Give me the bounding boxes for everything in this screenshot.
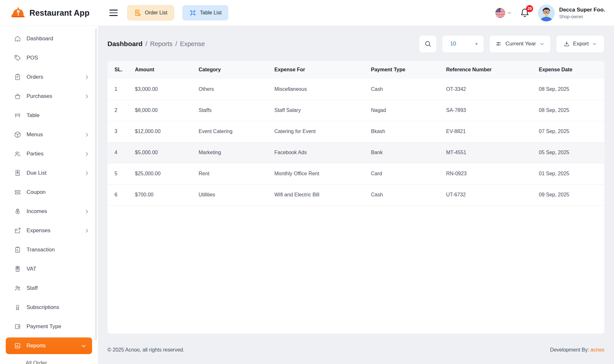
sidebar-item-label: Expenses: [27, 227, 79, 234]
profile-menu[interactable]: Decca Super Foo. Shop-owner: [538, 4, 605, 21]
sidebar-subitem-all-order[interactable]: All Order: [0, 355, 98, 364]
chevron-right-icon: [84, 209, 90, 214]
table-cell: 01 Sep, 2025: [539, 163, 604, 184]
usa-flag-icon: [495, 8, 505, 18]
table-cell: 4: [107, 142, 135, 163]
sidebar-item-parties[interactable]: Parties: [0, 144, 98, 163]
date-filter-button[interactable]: Current Year: [489, 35, 550, 53]
search-button[interactable]: [419, 35, 437, 53]
sidebar-item-pos[interactable]: POS: [0, 48, 98, 67]
sidebar-item-subscriptions[interactable]: Subscriptions: [0, 298, 98, 317]
table-cell: Facebook Ads: [274, 142, 371, 163]
table-cell: 2: [107, 100, 135, 121]
table-row: 3$12,000.00Event CateringCatering for Ev…: [107, 121, 604, 142]
table-cell: 5: [107, 163, 135, 184]
sidebar-item-label: Subscriptions: [27, 304, 90, 311]
col-amount: Amount: [135, 61, 199, 79]
table-cell: Marketing: [199, 142, 274, 163]
table-cell: Bkash: [371, 121, 446, 142]
order-list-button[interactable]: Order List: [127, 5, 174, 20]
sidebar-scrollbar[interactable]: [95, 28, 97, 340]
table-cell: $25,000.00: [135, 163, 199, 184]
sidebar-item-table[interactable]: Table: [0, 106, 98, 125]
table-cell: Nagad: [371, 100, 446, 121]
chevron-right-icon: [84, 228, 90, 233]
table-cell: RN-0923: [446, 163, 539, 184]
sidebar-item-purchases[interactable]: Purchases: [0, 87, 98, 106]
tag-icon: [14, 54, 21, 61]
table-icon: [14, 112, 21, 119]
table-cell: SA-7893: [446, 100, 539, 121]
development-by-text: Development By:: [550, 347, 589, 352]
table-cell: 3: [107, 121, 135, 142]
table-cell: 07 Sep, 2025: [539, 121, 604, 142]
sidebar-item-reports[interactable]: Reports: [0, 336, 98, 355]
sidebar-item-label: Purchases: [27, 93, 79, 99]
page-size-select[interactable]: 10 ▼: [442, 35, 484, 53]
sidebar-item-vat[interactable]: VAT: [0, 259, 98, 279]
language-selector[interactable]: [495, 8, 512, 18]
export-button[interactable]: Export: [556, 35, 604, 53]
breadcrumb-reports[interactable]: Reports: [150, 40, 172, 48]
vat-receipt-icon: [14, 265, 21, 273]
table-cell: Miscellaneous: [274, 79, 371, 100]
table-list-button[interactable]: Table List: [182, 5, 228, 20]
acnoo-link[interactable]: acnoo: [590, 347, 604, 352]
table-cell: 08 Sep, 2025: [539, 79, 604, 100]
table-row: 1$3,000.00OthersMiscellaneousCashOT-3342…: [107, 79, 604, 100]
table-row: 6$700.00UtilitiesWifi and Electric BillC…: [107, 184, 604, 205]
money-bag-icon: [14, 208, 21, 215]
breadcrumb-dashboard[interactable]: Dashboard: [107, 40, 143, 48]
sidebar-item-staff[interactable]: Staff: [0, 279, 98, 298]
table-cell: OT-3342: [446, 79, 539, 100]
round-table-icon: [189, 9, 197, 17]
chevron-right-icon: [84, 132, 90, 138]
chevron-right-icon: [84, 94, 90, 99]
table-cell: $12,000.00: [135, 121, 199, 142]
home-icon: [14, 35, 21, 42]
sidebar-item-coupon[interactable]: Coupon: [0, 183, 98, 202]
table-row: 5$25,000.00RentMonthly Office RentCardRN…: [107, 163, 604, 184]
menu-toggle-icon[interactable]: [108, 8, 119, 17]
sidebar-item-label: Staff: [27, 285, 90, 291]
sidebar-item-menus[interactable]: Menus: [0, 125, 98, 144]
avatar: [538, 4, 555, 21]
sidebar-item-label: Transaction: [27, 247, 90, 253]
table-cell: 09 Sep, 2025: [539, 184, 604, 205]
clipboard-icon: [14, 74, 21, 81]
sidebar-item-dashboard[interactable]: Dashboard: [0, 29, 98, 48]
table-cell: 6: [107, 184, 135, 205]
chevron-down-icon: [507, 11, 512, 15]
sidebar-item-incomes[interactable]: Incomes: [0, 202, 98, 221]
table-cell: Cash: [371, 184, 446, 205]
table-cell: Wifi and Electric Bill: [274, 184, 371, 205]
table-cell: Event Catering: [199, 121, 274, 142]
chevron-down-icon: [539, 41, 545, 46]
app-logo: Restaurant App: [0, 6, 98, 19]
breadcrumb-expense[interactable]: Expense: [180, 40, 205, 48]
sidebar-item-label: Incomes: [27, 208, 79, 215]
wallet-out-icon: [14, 227, 21, 234]
receipt-dollar-icon: [14, 170, 21, 177]
sidebar-item-label: Orders: [27, 74, 79, 80]
col-sl: SL.: [107, 61, 135, 79]
table-cell: Others: [199, 79, 274, 100]
sidebar-item-transaction[interactable]: Transaction: [0, 240, 98, 259]
sidebar-item-label: Table: [27, 112, 90, 119]
notifications-button[interactable]: 20: [519, 7, 530, 18]
table-cell: 05 Sep, 2025: [539, 142, 604, 163]
chevron-right-icon: [84, 75, 90, 80]
table-row: 2$8,000.00StaffsStaff SalaryNagadSA-7893…: [107, 100, 604, 121]
sidebar-item-payment-type[interactable]: Payment Type: [0, 317, 98, 336]
bar-chart-icon: [14, 342, 21, 349]
table-cell: Utilities: [199, 184, 274, 205]
user-name: Decca Super Foo.: [559, 6, 605, 13]
award-icon: [14, 304, 21, 311]
sidebar-item-orders[interactable]: Orders: [0, 67, 98, 87]
col-expense-date: Expense Date: [539, 61, 604, 79]
sidebar-item-due-list[interactable]: Due List: [0, 163, 98, 183]
date-filter-label: Current Year: [505, 41, 536, 47]
search-icon: [424, 40, 431, 47]
sidebar-item-expenses[interactable]: Expenses: [0, 221, 98, 240]
col-payment-type: Payment Type: [371, 61, 446, 79]
